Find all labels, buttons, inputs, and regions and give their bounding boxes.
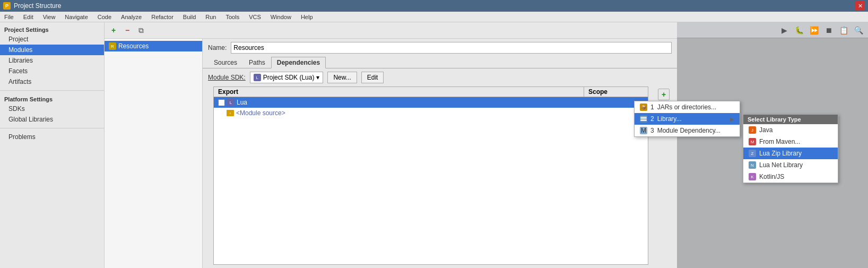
sidebar-item-project[interactable]: Project	[0, 34, 104, 45]
project-settings-label: Project Settings	[0, 24, 104, 34]
menu-refactor[interactable]: Refactor	[149, 13, 176, 21]
java-icon: J	[749, 126, 756, 134]
module-source-folder-icon: ▫	[227, 110, 234, 116]
module-icon-resources: R	[109, 42, 116, 50]
submenu-title: Select Library Type	[743, 115, 838, 124]
name-input[interactable]	[231, 42, 672, 54]
main-layout: Project Settings Project Modules Librari…	[0, 22, 868, 268]
sidebar-item-global-libraries[interactable]: Global Libraries	[0, 114, 104, 125]
dropdown-jars-label: JARs or directories...	[657, 103, 716, 111]
dropdown-library-label: Library...	[657, 115, 682, 123]
add-module-button[interactable]: +	[108, 24, 119, 36]
sidebar: Project Settings Project Modules Librari…	[0, 22, 105, 268]
dropdown-item-module-dep[interactable]: M 3 Module Dependency...	[635, 125, 740, 136]
sdk-dropdown[interactable]: L Project SDK (Lua) ▾	[250, 72, 324, 83]
tab-dependencies[interactable]: Dependencies	[271, 57, 326, 68]
tabs-bar: Sources Paths Dependencies	[203, 57, 677, 68]
lua-zip-icon: Z	[749, 150, 756, 157]
module-section: R Resources Name: Sources Paths	[105, 39, 677, 268]
dep-lua-label: Lua	[237, 99, 247, 106]
dep-export-lua[interactable]	[218, 99, 225, 106]
dep-cell-lua: L Lua	[214, 97, 584, 108]
sidebar-divider-1	[0, 90, 104, 91]
lib-icon	[640, 115, 647, 123]
module-list-item-resources[interactable]: R Resources	[105, 41, 202, 51]
submenu-item-kotlin-js[interactable]: K Kotlin/JS	[743, 171, 838, 183]
dep-module-source-label: <Module source>	[236, 109, 285, 117]
sidebar-item-problems[interactable]: Problems	[0, 132, 104, 142]
bars-icon	[640, 117, 647, 121]
menu-help[interactable]: Help	[299, 13, 315, 21]
copy-module-button[interactable]: ⧉	[135, 24, 147, 36]
run-button[interactable]: ▶	[778, 24, 791, 37]
submenu-maven-label: From Maven...	[759, 138, 800, 145]
maven-icon: M	[749, 138, 756, 145]
kotlin-js-icon: K	[749, 173, 756, 180]
menu-build[interactable]: Build	[181, 13, 198, 21]
menu-view[interactable]: View	[41, 13, 58, 21]
dep-row-module-source[interactable]: ▫ <Module source>	[214, 108, 648, 118]
menu-edit[interactable]: Edit	[21, 13, 36, 21]
sidebar-item-sdks[interactable]: SDKs	[0, 103, 104, 114]
select-library-type-submenu: Select Library Type J Java M From Maven.…	[743, 114, 838, 183]
submenu-item-lua-zip[interactable]: Z Lua Zip Library	[743, 148, 838, 159]
submenu-item-lua-net[interactable]: N Lua Net Library	[743, 159, 838, 171]
dep-area: Export Scope L Lua	[208, 87, 672, 265]
app-icon: P	[3, 2, 11, 10]
content-area: + − ⧉ R Resources Name:	[105, 22, 677, 268]
menu-window[interactable]: Window	[268, 13, 293, 21]
dep-row-lua[interactable]: L Lua	[214, 97, 648, 108]
sidebar-divider-2	[0, 128, 104, 128]
layout-button[interactable]: 📋	[837, 24, 850, 37]
chevron-right-icon: ▶	[730, 116, 734, 122]
submenu-item-from-maven[interactable]: M From Maven...	[743, 136, 838, 148]
submenu-lua-zip-label: Lua Zip Library	[759, 150, 802, 157]
menu-vcs[interactable]: VCS	[247, 13, 263, 21]
debug-button[interactable]: 🐛	[793, 24, 805, 37]
right-toolbar: ▶ 🐛 ⏩ ⏹ 📋 🔍	[677, 22, 868, 38]
dropdown-module-dep-label: Module Dependency...	[657, 127, 721, 134]
dep-cell-module-source: ▫ <Module source>	[214, 108, 584, 118]
name-label: Name:	[208, 44, 227, 51]
submenu-kotlin-js-label: Kotlin/JS	[759, 173, 784, 180]
menu-navigate[interactable]: Navigate	[63, 13, 90, 21]
sidebar-item-modules[interactable]: Modules	[0, 45, 104, 55]
tab-paths[interactable]: Paths	[243, 57, 271, 68]
dep-table: Export Scope L Lua	[213, 87, 648, 265]
tab-sources[interactable]: Sources	[208, 57, 243, 68]
add-dependency-dropdown: 📦 1 JARs or directories... 2 Library... …	[634, 101, 740, 137]
close-button[interactable]: ✕	[855, 1, 865, 11]
dropdown-item-library[interactable]: 2 Library... ▶	[635, 113, 740, 125]
dep-table-header: Export Scope	[214, 87, 648, 97]
menu-file[interactable]: File	[2, 13, 16, 21]
menu-analyze[interactable]: Analyze	[119, 13, 144, 21]
sdk-new-button[interactable]: New...	[327, 72, 357, 83]
dropdown-library-num: 2	[650, 115, 654, 123]
remove-module-button[interactable]: −	[121, 24, 133, 36]
menu-bar: File Edit View Navigate Code Analyze Ref…	[0, 12, 868, 22]
menu-tools[interactable]: Tools	[223, 13, 241, 21]
title-bar: P Project Structure ✕	[0, 0, 868, 12]
module-list: R Resources	[105, 39, 203, 268]
submenu-item-java[interactable]: J Java	[743, 124, 838, 136]
sidebar-item-libraries[interactable]: Libraries	[0, 55, 104, 66]
dropdown-item-jars[interactable]: 📦 1 JARs or directories...	[635, 101, 740, 113]
sidebar-item-artifacts[interactable]: Artifacts	[0, 76, 104, 87]
search-button[interactable]: 🔍	[852, 24, 865, 37]
sdk-label: Module SDK:	[208, 74, 246, 81]
dep-add-button[interactable]: +	[658, 89, 670, 100]
lua-net-icon: N	[749, 161, 756, 169]
stop-button[interactable]: ⏹	[822, 24, 835, 37]
sdk-edit-button[interactable]: Edit	[361, 72, 384, 83]
sidebar-item-facets[interactable]: Facets	[0, 66, 104, 76]
module-toolbar: + − ⧉	[105, 22, 677, 39]
menu-run[interactable]: Run	[203, 13, 218, 21]
dropdown-library-left: 2 Library...	[640, 115, 681, 123]
resume-button[interactable]: ⏩	[808, 24, 820, 37]
submenu-java-label: Java	[759, 126, 772, 134]
mod-icon: M	[640, 127, 647, 134]
submenu-lua-net-label: Lua Net Library	[759, 161, 803, 169]
sdk-dropdown-arrow: ▾	[316, 74, 319, 81]
window-title: Project Structure	[14, 2, 61, 10]
menu-code[interactable]: Code	[96, 13, 114, 21]
